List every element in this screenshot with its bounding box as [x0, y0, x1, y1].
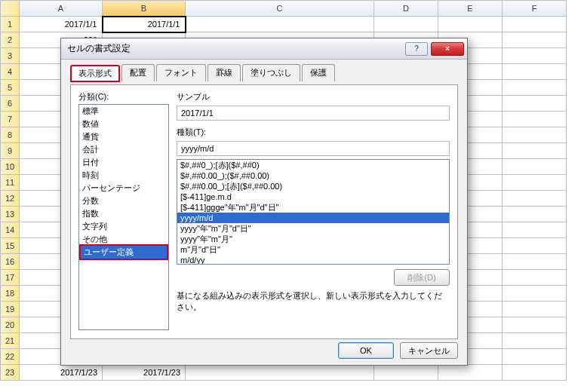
- type-list[interactable]: $#,##0_);[赤]($#,##0)$#,##0.00_);($#,##0.…: [177, 159, 450, 265]
- help-button[interactable]: ?: [405, 42, 428, 56]
- cell[interactable]: 2017/1/23: [20, 365, 103, 381]
- type-item[interactable]: [$-411]ggge"年"m"月"d"日": [177, 202, 449, 213]
- col-header-b[interactable]: B: [103, 1, 186, 17]
- type-input[interactable]: yyyy/m/d: [177, 141, 450, 156]
- row-header[interactable]: 8: [1, 127, 20, 143]
- cell[interactable]: [438, 365, 503, 381]
- row-header[interactable]: 3: [1, 48, 20, 64]
- cell[interactable]: [503, 96, 567, 112]
- cell[interactable]: [186, 17, 374, 32]
- row-header[interactable]: 21: [1, 333, 20, 349]
- row-header[interactable]: 18: [1, 286, 20, 302]
- type-item[interactable]: $#,##0.00_);[赤]($#,##0.00): [177, 181, 449, 191]
- tab-font[interactable]: フォント: [156, 64, 206, 81]
- row-header[interactable]: 13: [1, 207, 20, 222]
- cell[interactable]: [503, 17, 567, 32]
- cell[interactable]: [503, 64, 567, 80]
- cell[interactable]: [374, 17, 438, 32]
- cell[interactable]: [503, 127, 567, 143]
- category-item[interactable]: 会計: [79, 143, 168, 156]
- close-button[interactable]: ×: [431, 42, 464, 56]
- cell[interactable]: [503, 349, 567, 365]
- category-item[interactable]: 時刻: [79, 169, 168, 182]
- row-header[interactable]: 6: [1, 96, 20, 112]
- tab-fill[interactable]: 塗りつぶし: [242, 64, 300, 81]
- cell[interactable]: [503, 238, 567, 254]
- cell[interactable]: [503, 159, 567, 175]
- row-header[interactable]: 4: [1, 64, 20, 80]
- cell[interactable]: [503, 302, 567, 317]
- category-item[interactable]: 指数: [79, 207, 168, 220]
- cell[interactable]: [503, 286, 567, 302]
- col-header-d[interactable]: D: [374, 1, 438, 17]
- ok-button[interactable]: OK: [338, 342, 394, 359]
- row-header[interactable]: 17: [1, 270, 20, 286]
- row-header[interactable]: 15: [1, 238, 20, 254]
- cell[interactable]: [503, 254, 567, 270]
- row-header[interactable]: 20: [1, 317, 20, 333]
- cell[interactable]: [503, 317, 567, 333]
- tab-protection[interactable]: 保護: [302, 64, 335, 81]
- row-header[interactable]: 22: [1, 349, 20, 365]
- row-header[interactable]: 12: [1, 191, 20, 207]
- row-header[interactable]: 19: [1, 302, 20, 317]
- col-header-f[interactable]: F: [503, 1, 567, 17]
- type-item[interactable]: m"月"d"日": [177, 244, 449, 255]
- tab-number-format[interactable]: 表示形式: [70, 65, 120, 82]
- category-list[interactable]: 標準数値通貨会計日付時刻パーセンテージ分数指数文字列その他ユーザー定義: [78, 104, 169, 330]
- cell[interactable]: [503, 222, 567, 238]
- cell[interactable]: [503, 207, 567, 222]
- cell[interactable]: [503, 270, 567, 286]
- cell[interactable]: [374, 365, 438, 381]
- cell[interactable]: [503, 143, 567, 159]
- row-header[interactable]: 11: [1, 175, 20, 191]
- col-header-c[interactable]: C: [186, 1, 374, 17]
- row-header[interactable]: 1: [1, 17, 20, 32]
- category-item[interactable]: 文字列: [79, 220, 168, 233]
- row-header[interactable]: 23: [1, 365, 20, 381]
- category-item[interactable]: 分数: [79, 194, 168, 207]
- row-header[interactable]: 9: [1, 143, 20, 159]
- cell[interactable]: [503, 333, 567, 349]
- tab-alignment[interactable]: 配置: [121, 64, 155, 81]
- cell[interactable]: [503, 191, 567, 207]
- cell[interactable]: [438, 17, 503, 32]
- category-item[interactable]: 標準: [79, 105, 168, 118]
- row-header[interactable]: 10: [1, 159, 20, 175]
- row-header[interactable]: 2: [1, 32, 20, 48]
- cell[interactable]: [503, 80, 567, 96]
- row-header[interactable]: 5: [1, 80, 20, 96]
- dialog-titlebar[interactable]: セルの書式設定 ? ×: [61, 38, 467, 60]
- cell[interactable]: 2017/1/1: [103, 17, 186, 32]
- delete-button[interactable]: 削除(D): [394, 269, 450, 286]
- row-header[interactable]: 7: [1, 112, 20, 127]
- category-item[interactable]: 通貨: [79, 130, 168, 143]
- type-item[interactable]: $#,##0.00_);($#,##0.00): [177, 170, 449, 181]
- type-item[interactable]: m/d/yy: [177, 255, 449, 265]
- type-item[interactable]: yyyy"年"m"月"d"日": [177, 223, 449, 234]
- cell[interactable]: [503, 32, 567, 48]
- type-item[interactable]: yyyy"年"m"月": [177, 234, 449, 244]
- row-header[interactable]: 16: [1, 254, 20, 270]
- row-header[interactable]: 14: [1, 222, 20, 238]
- tab-border[interactable]: 罫線: [208, 64, 241, 81]
- cell[interactable]: [503, 365, 567, 381]
- cancel-button[interactable]: キャンセル: [400, 342, 458, 359]
- type-item[interactable]: [$-411]ge.m.d: [177, 191, 449, 202]
- category-item[interactable]: ユーザー定義: [81, 246, 167, 259]
- type-item[interactable]: $#,##0_);[赤]($#,##0): [177, 160, 449, 170]
- sample-label: サンプル: [177, 91, 450, 103]
- col-header-e[interactable]: E: [438, 1, 503, 17]
- category-item[interactable]: 日付: [79, 156, 168, 169]
- corner-header[interactable]: [1, 1, 20, 17]
- cell[interactable]: 2017/1/1: [20, 17, 103, 32]
- cell[interactable]: [503, 175, 567, 191]
- cell[interactable]: 2017/1/23: [103, 365, 186, 381]
- type-item[interactable]: yyyy/m/d: [177, 213, 449, 223]
- category-item[interactable]: パーセンテージ: [79, 182, 168, 194]
- cell[interactable]: [186, 365, 374, 381]
- col-header-a[interactable]: A: [20, 1, 103, 17]
- cell[interactable]: [503, 48, 567, 64]
- cell[interactable]: [503, 112, 567, 127]
- category-item[interactable]: 数値: [79, 118, 168, 130]
